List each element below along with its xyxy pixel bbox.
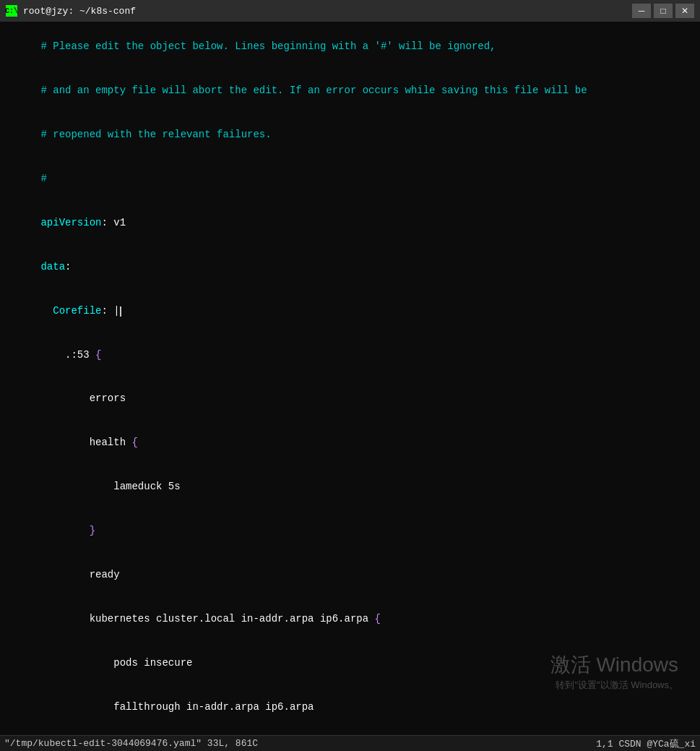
status-bar: "/tmp/kubectl-edit-3044069476.yaml" 33L,… [0, 735, 700, 751]
watermark-line1: 激活 Windows [550, 651, 678, 679]
lameduck-line: lameduck 5s [4, 465, 696, 509]
close-button[interactable]: ✕ [675, 4, 694, 18]
minimize-button[interactable]: ─ [632, 4, 651, 18]
close-brace-1: } [4, 509, 696, 553]
ttl-line: ttl 30 [4, 729, 696, 735]
comment-line-2: # and an empty file will abort the edit.… [4, 69, 696, 113]
api-version-line: apiVersion: v1 [4, 201, 696, 245]
terminal-icon: C:\ [6, 5, 17, 17]
comment-line-3: # reopened with the relevant failures. [4, 113, 696, 157]
health-line: health { [4, 421, 696, 465]
data-line: data: [4, 244, 696, 288]
ready-line: ready [4, 553, 696, 597]
status-left: "/tmp/kubectl-edit-3044069476.yaml" 33L,… [4, 738, 596, 749]
kubernetes-line: kubernetes cluster.local in-addr.arpa ip… [4, 597, 696, 641]
corefile-line: Corefile: | [4, 288, 696, 332]
maximize-button[interactable]: □ [654, 4, 673, 18]
status-right: 1,1 CSDN @YCa硫_xi [596, 737, 696, 750]
watermark-line2: 转到"设置"以激活 Windows。 [550, 679, 678, 692]
title-bar: C:\ root@jzy: ~/k8s-conf ─ □ ✕ [0, 0, 700, 22]
errors-line: errors [4, 377, 696, 421]
window-title: root@jzy: ~/k8s-conf [23, 6, 632, 17]
windows-watermark: 激活 Windows 转到"设置"以激活 Windows。 [550, 651, 678, 692]
comment-line-4: # [4, 157, 696, 201]
terminal-window: C:\ root@jzy: ~/k8s-conf ─ □ ✕ # Please … [0, 0, 700, 751]
comment-line-1: # Please edit the object below. Lines be… [4, 25, 696, 69]
port53-line: .:53 { [4, 332, 696, 377]
terminal-content[interactable]: # Please edit the object below. Lines be… [0, 22, 700, 735]
window-controls: ─ □ ✕ [632, 4, 694, 18]
